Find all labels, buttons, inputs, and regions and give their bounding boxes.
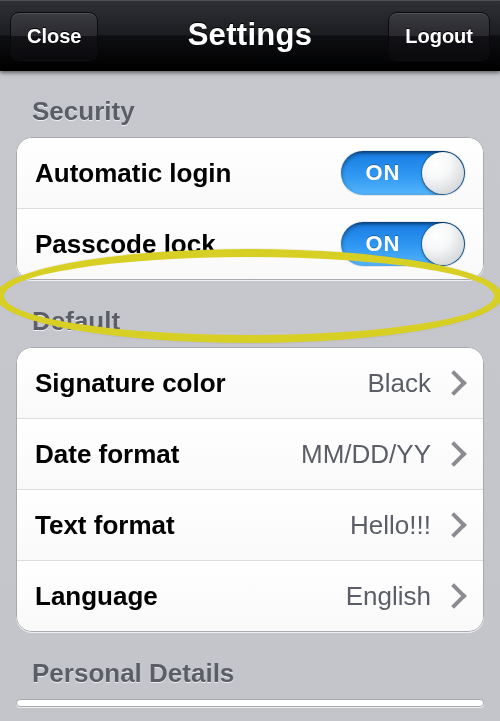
row-value: Hello!!! xyxy=(350,510,431,541)
passcode-lock-toggle[interactable]: ON xyxy=(341,222,465,266)
chevron-right-icon xyxy=(441,441,466,466)
section-header-personal-details: Personal Details xyxy=(0,632,500,699)
row-value: English xyxy=(346,581,431,612)
section-header-default: Default xyxy=(0,280,500,347)
row-value: Black xyxy=(367,368,431,399)
toggle-knob-icon xyxy=(422,223,464,265)
group-default: Signature color Black Date format MM/DD/… xyxy=(16,347,484,632)
row-label: Text format xyxy=(35,510,350,541)
row-label: Language xyxy=(35,581,346,612)
group-security: Automatic login ON Passcode lock ON xyxy=(16,137,484,280)
row-language[interactable]: Language English xyxy=(17,560,483,631)
logout-button[interactable]: Logout xyxy=(388,12,490,60)
section-header-security: Security xyxy=(0,70,500,137)
row-passcode-lock: Passcode lock ON xyxy=(17,208,483,279)
row-date-format[interactable]: Date format MM/DD/YY xyxy=(17,418,483,489)
toggle-on-label: ON xyxy=(341,151,425,195)
row-signature-color[interactable]: Signature color Black xyxy=(17,348,483,418)
navbar: Close Settings Logout xyxy=(0,0,500,71)
group-personal-details xyxy=(16,699,484,707)
toggle-knob-icon xyxy=(422,152,464,194)
row-label: Passcode lock xyxy=(35,229,341,260)
chevron-right-icon xyxy=(441,512,466,537)
row-label: Signature color xyxy=(35,368,367,399)
row-label: Automatic login xyxy=(35,158,341,189)
close-button[interactable]: Close xyxy=(10,12,98,60)
row-automatic-login: Automatic login ON xyxy=(17,138,483,208)
row-value: MM/DD/YY xyxy=(301,439,431,470)
chevron-right-icon xyxy=(441,370,466,395)
page-title: Settings xyxy=(188,17,313,53)
row-text-format[interactable]: Text format Hello!!! xyxy=(17,489,483,560)
toggle-on-label: ON xyxy=(341,222,425,266)
chevron-right-icon xyxy=(441,583,466,608)
automatic-login-toggle[interactable]: ON xyxy=(341,151,465,195)
row-label: Date format xyxy=(35,439,301,470)
content-scroll[interactable]: Security Automatic login ON Passcode loc… xyxy=(0,70,500,721)
settings-screen: Close Settings Logout Security Automatic… xyxy=(0,0,500,721)
